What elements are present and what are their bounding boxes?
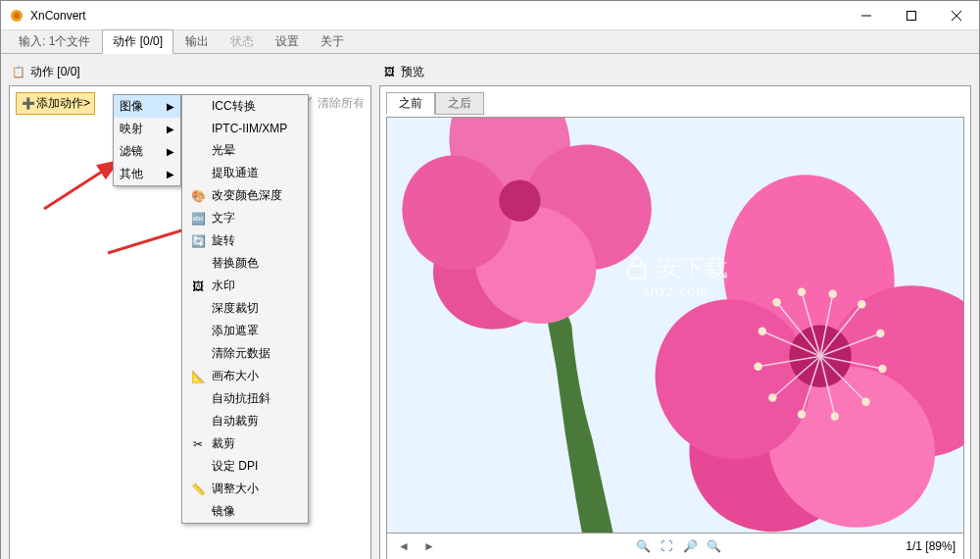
menu-item-icon: [188, 301, 208, 317]
submenu-item-5[interactable]: 🔤文字: [182, 207, 308, 229]
category-menu: 图像▶ 映射▶ 滤镜▶ 其他▶: [113, 94, 181, 186]
submenu-item-6[interactable]: 🔄旋转: [182, 229, 308, 252]
submenu-item-2[interactable]: 光晕: [182, 139, 308, 162]
submenu-item-8[interactable]: 🖼水印: [182, 275, 308, 297]
fit-button[interactable]: ⛶: [658, 537, 675, 555]
svg-point-42: [831, 412, 839, 420]
menu-item-icon: [188, 504, 208, 520]
menu-item-icon: [188, 143, 208, 159]
tab-before[interactable]: 之前: [386, 92, 435, 115]
svg-point-38: [858, 300, 865, 308]
menu-item-icon: 🔤: [188, 211, 208, 227]
menu-item-icon: 📐: [188, 369, 208, 384]
svg-point-41: [861, 398, 869, 406]
close-button[interactable]: [934, 1, 979, 30]
menu-item-icon: 🖼: [188, 279, 208, 294]
image-submenu: ICC转换IPTC-IIM/XMP光晕提取通道🎨改变颜色深度🔤文字🔄旋转替换颜色…: [181, 94, 309, 524]
svg-point-37: [829, 290, 837, 298]
submenu-item-9[interactable]: 深度裁切: [182, 297, 308, 320]
tab-after[interactable]: 之后: [435, 92, 484, 115]
submenu-item-17[interactable]: 📏调整大小: [182, 478, 308, 500]
page-info: 1/1 [89%]: [906, 539, 956, 553]
menu-item-icon: [188, 459, 208, 475]
submenu-item-3[interactable]: 提取通道: [182, 162, 308, 184]
tab-about[interactable]: 关于: [311, 30, 354, 53]
main-tabs: 输入: 1个文件 动作 [0/0] 输出 状态 设置 关于: [1, 30, 979, 54]
titlebar: XnConvert: [1, 1, 979, 30]
svg-point-40: [878, 365, 886, 373]
zoom-in-button[interactable]: 🔍: [634, 537, 652, 555]
menu-item-filter[interactable]: 滤镜▶: [114, 140, 180, 163]
minimize-button[interactable]: [844, 1, 889, 30]
submenu-item-18[interactable]: 镜像: [182, 500, 308, 523]
chevron-right-icon: ▶: [167, 169, 174, 179]
actual-size-button[interactable]: 🔎: [681, 537, 699, 555]
tab-output[interactable]: 输出: [175, 30, 219, 53]
menu-item-icon: [188, 346, 208, 362]
svg-point-45: [754, 363, 761, 371]
prev-image-button[interactable]: ◄: [395, 537, 413, 555]
preview-image: 安下载 anxz.com: [386, 117, 964, 534]
tab-input[interactable]: 输入: 1个文件: [9, 30, 100, 53]
menu-item-icon: 📏: [188, 482, 208, 497]
submenu-item-0[interactable]: ICC转换: [182, 95, 308, 118]
svg-point-35: [772, 298, 780, 306]
submenu-item-7[interactable]: 替换颜色: [182, 252, 308, 275]
svg-point-44: [768, 393, 776, 401]
preview-title: 预览: [401, 64, 424, 80]
add-action-label: 添加动作>: [36, 95, 90, 112]
submenu-item-14[interactable]: 自动裁剪: [182, 410, 308, 432]
actions-title: 动作 [0/0]: [30, 64, 80, 80]
submenu-item-11[interactable]: 清除元数据: [182, 342, 308, 365]
menu-item-icon: 🎨: [188, 188, 208, 204]
maximize-button[interactable]: [889, 1, 934, 30]
svg-rect-3: [907, 11, 916, 20]
submenu-item-16[interactable]: 设定 DPI: [182, 455, 308, 478]
chevron-right-icon: ▶: [167, 146, 174, 157]
zoom-out-button[interactable]: 🔍: [705, 537, 722, 555]
submenu-item-13[interactable]: 自动抗扭斜: [182, 387, 308, 410]
clear-all-button[interactable]: 清除所有: [318, 95, 365, 112]
tab-status[interactable]: 状态: [220, 30, 264, 53]
window-title: XnConvert: [30, 9, 844, 23]
add-action-button[interactable]: ➕ 添加动作>: [16, 92, 95, 115]
svg-point-46: [759, 328, 766, 335]
menu-item-icon: [188, 99, 208, 115]
svg-point-43: [798, 410, 806, 418]
menu-item-image[interactable]: 图像▶: [114, 95, 180, 118]
submenu-item-4[interactable]: 🎨改变颜色深度: [182, 184, 308, 207]
submenu-item-15[interactable]: ✂裁剪: [182, 432, 308, 455]
menu-item-icon: 🔄: [188, 233, 208, 249]
menu-item-icon: [188, 414, 208, 430]
tab-action[interactable]: 动作 [0/0]: [102, 29, 173, 54]
submenu-item-10[interactable]: 添加遮罩: [182, 320, 308, 342]
menu-item-icon: [188, 166, 208, 181]
list-icon: 📋: [11, 64, 26, 79]
menu-item-map[interactable]: 映射▶: [114, 118, 180, 140]
menu-item-icon: [188, 256, 208, 272]
svg-point-16: [499, 179, 540, 221]
svg-point-36: [798, 287, 806, 295]
menu-item-icon: [188, 391, 208, 407]
menu-item-icon: [188, 324, 208, 339]
menu-item-icon: [188, 121, 208, 136]
tab-settings[interactable]: 设置: [266, 30, 309, 53]
plus-icon: ➕: [21, 96, 36, 112]
submenu-item-12[interactable]: 📐画布大小: [182, 365, 308, 387]
next-image-button[interactable]: ►: [420, 537, 438, 555]
app-icon: [9, 8, 24, 24]
chevron-right-icon: ▶: [167, 101, 174, 112]
menu-item-icon: ✂: [188, 436, 208, 452]
svg-point-1: [14, 13, 20, 19]
submenu-item-1[interactable]: IPTC-IIM/XMP: [182, 118, 308, 139]
chevron-right-icon: ▶: [167, 124, 174, 134]
svg-line-7: [44, 163, 116, 209]
preview-icon: 🖼: [381, 64, 397, 79]
menu-item-other[interactable]: 其他▶: [114, 163, 180, 185]
svg-point-39: [876, 330, 884, 337]
